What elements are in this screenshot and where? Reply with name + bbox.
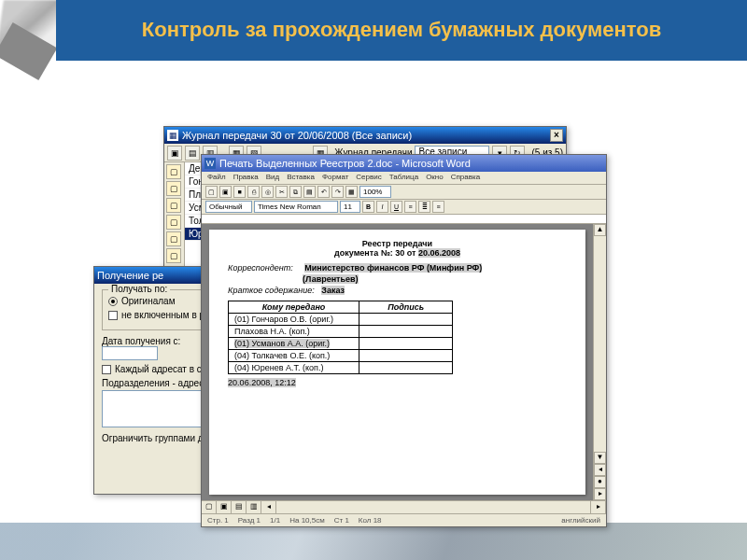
undo-icon[interactable]: ↶ (317, 186, 330, 198)
word-page-area[interactable]: Реестр передачи документа №: 30 от 20.06… (202, 224, 593, 500)
correspondent-label: Корреспондент: (228, 263, 293, 273)
table-icon[interactable]: ▦ (345, 186, 358, 198)
journal-window-icon: ▦ (167, 130, 178, 141)
save-icon[interactable]: ■ (233, 186, 246, 198)
bottom-photo-strip (0, 523, 747, 560)
word-toolbar-standard: ▢ ▣ ■ ⎙ ◎ ✂ ⧉ ▤ ↶ ↷ ▦ 100% (202, 185, 606, 200)
correspondent-value: Министерство финансов РФ (Минфин РФ) (304, 263, 482, 273)
row-icon[interactable]: ▢ (166, 164, 181, 179)
word-page: Реестр передачи документа №: 30 от 20.06… (209, 230, 585, 495)
row-icon[interactable]: ▢ (166, 231, 181, 246)
word-ruler[interactable] (202, 215, 606, 224)
journal-title-text: Журнал передачи 30 от 20/06/2008 (Все за… (182, 130, 550, 141)
browse-object-icon[interactable]: ● (594, 476, 606, 488)
font-combo[interactable]: Times New Roman (254, 201, 338, 213)
menu-file[interactable]: Файл (207, 173, 226, 183)
table-row: (04) Толкачев О.Е. (коп.) (229, 350, 359, 362)
align-left-icon[interactable]: ≡ (404, 201, 416, 213)
menu-table[interactable]: Таблица (389, 173, 418, 183)
prev-page-icon[interactable]: ◂ (594, 464, 606, 476)
underline-icon[interactable]: U (390, 201, 402, 213)
cut-icon[interactable]: ✂ (275, 186, 288, 198)
word-titlebar[interactable]: W Печать Выделенных Реестров 2.doc - Mic… (202, 155, 606, 172)
status-ln: Ст 1 (334, 516, 349, 525)
fontsize-combo[interactable]: 11 (340, 201, 360, 213)
word-window: W Печать Выделенных Реестров 2.doc - Mic… (201, 154, 607, 527)
word-app-icon: W (204, 158, 216, 169)
word-menubar[interactable]: Файл Правка Вид Вставка Формат Сервис Та… (202, 172, 606, 185)
radio-originals-label: Оригиналам (121, 296, 176, 306)
table-row: Плахова Н.А. (коп.) (229, 326, 359, 338)
scroll-up-icon[interactable]: ▲ (594, 224, 606, 236)
view-outline-icon[interactable]: ▥ (247, 501, 261, 513)
doc-title1: Реестр передачи (228, 239, 567, 248)
checkbox-icon (102, 365, 111, 374)
brief-label: Краткое содержание: (228, 286, 315, 295)
menu-edit[interactable]: Правка (233, 173, 259, 183)
table-row: (01) Гончаров О.В. (ориг.) (229, 314, 359, 326)
italic-icon[interactable]: I (376, 201, 388, 213)
copy-icon[interactable]: ⧉ (289, 186, 302, 198)
next-page-icon[interactable]: ▸ (594, 488, 606, 500)
status-page: Стр. 1 (207, 516, 229, 525)
col-signature: Подпись (359, 301, 453, 314)
transfer-table: Кому передано Подпись (01) Гончаров О.В.… (228, 301, 453, 374)
print-icon[interactable]: ⎙ (247, 186, 260, 198)
word-toolbar-format: Обычный Times New Roman 11 B I U ≡ ≣ ≡ (202, 200, 606, 215)
table-row: (01) Усманов А.А. (ориг.) (229, 338, 359, 350)
scroll-right-icon[interactable]: ▸ (591, 501, 606, 513)
correspondent-person: (Лаврентьев) (303, 274, 359, 284)
open-icon[interactable]: ▣ (219, 186, 232, 198)
zoom-combo[interactable]: 100% (359, 186, 391, 198)
word-horizontal-scrollbar[interactable]: ▢ ▣ ▤ ▥ ◂ ▸ (202, 500, 606, 513)
status-at: На 10,5см (289, 516, 325, 525)
view-print-icon[interactable]: ▤ (232, 501, 247, 513)
word-title-text: Печать Выделенных Реестров 2.doc - Micro… (219, 158, 603, 169)
scroll-down-icon[interactable]: ▼ (594, 452, 606, 464)
checkbox-icon (108, 311, 118, 320)
table-row: (04) Юренев А.Т. (коп.) (229, 362, 359, 374)
word-statusbar: Стр. 1 Разд 1 1/1 На 10,5см Ст 1 Кол 18 … (202, 513, 606, 526)
journal-side-icons: ▢ ▢ ▢ ▢ ▢ ▢ (164, 162, 185, 274)
menu-window[interactable]: Окно (426, 173, 444, 183)
redo-icon[interactable]: ↷ (331, 186, 344, 198)
menu-tools[interactable]: Сервис (356, 173, 381, 183)
doc-title2-date: 20.06.2008 (418, 248, 460, 258)
style-combo[interactable]: Обычный (205, 201, 252, 213)
paste-icon[interactable]: ▤ (303, 186, 316, 198)
align-center-icon[interactable]: ≣ (418, 201, 430, 213)
preview-icon[interactable]: ◎ (261, 186, 274, 198)
toolbar-btn-2[interactable]: ▤ (185, 146, 200, 161)
close-icon[interactable]: × (550, 129, 563, 142)
row-icon[interactable]: ▢ (166, 198, 181, 213)
doc-title2-b: 30 от (395, 248, 418, 258)
col-recipient: Кому передано (229, 301, 359, 314)
date-from-input[interactable] (102, 346, 158, 360)
bold-icon[interactable]: B (362, 201, 374, 213)
slide-title: Контроль за прохождением бумажных докуме… (142, 19, 661, 41)
align-right-icon[interactable]: ≡ (432, 201, 444, 213)
row-icon[interactable]: ▢ (166, 248, 181, 263)
doc-title2-a: документа №: (334, 248, 395, 258)
toolbar-btn-1[interactable]: ▣ (167, 146, 182, 161)
menu-view[interactable]: Вид (266, 173, 279, 183)
date-from-label: Дата получения с: (102, 336, 180, 346)
status-lang: английский (561, 516, 600, 525)
doc-title2: документа №: 30 от 20.06.2008 (228, 248, 567, 258)
journal-titlebar[interactable]: ▦ Журнал передачи 30 от 20/06/2008 (Все … (164, 127, 566, 144)
chk-not-included-label: не включенным в ре (121, 310, 210, 320)
row-icon[interactable]: ▢ (166, 215, 181, 230)
title-band: Контроль за прохождением бумажных докуме… (56, 0, 747, 61)
row-icon[interactable]: ▢ (166, 181, 181, 196)
menu-format[interactable]: Формат (322, 173, 348, 183)
menu-help[interactable]: Справка (451, 173, 480, 183)
menu-insert[interactable]: Вставка (287, 173, 315, 183)
view-web-icon[interactable]: ▣ (217, 501, 232, 513)
doc-footer-timestamp: 20.06.2008, 12:12 (228, 378, 296, 387)
scroll-left-icon[interactable]: ◂ (261, 501, 276, 513)
view-normal-icon[interactable]: ▢ (202, 501, 217, 513)
status-pages: 1/1 (270, 516, 280, 525)
receive-group-label: Получать по: (108, 284, 170, 294)
word-vertical-scrollbar[interactable]: ▲ ▼ ◂ ● ▸ (593, 224, 606, 500)
new-icon[interactable]: ▢ (205, 186, 218, 198)
